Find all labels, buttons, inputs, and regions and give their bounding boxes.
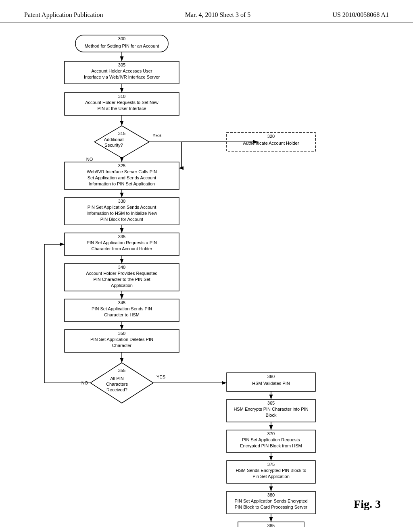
svg-text:PIN Set Application Sends PIN: PIN Set Application Sends PIN	[92, 306, 152, 311]
diagram-area: 300 Method for Setting PIN for an Accoun…	[0, 23, 413, 527]
svg-text:PIN Block for Account: PIN Block for Account	[100, 217, 143, 222]
svg-text:315: 315	[118, 131, 125, 136]
svg-marker-15	[94, 126, 149, 158]
svg-text:310: 310	[118, 94, 125, 99]
svg-text:Character: Character	[112, 343, 132, 348]
svg-text:PIN Set Application Requests: PIN Set Application Requests	[242, 437, 300, 442]
svg-text:Information to PIN Set Applica: Information to PIN Set Application	[89, 181, 155, 186]
svg-text:355: 355	[118, 368, 125, 373]
svg-text:300: 300	[118, 36, 125, 41]
svg-text:365: 365	[267, 401, 275, 405]
svg-text:325: 325	[118, 163, 125, 168]
svg-text:NO: NO	[86, 157, 93, 162]
svg-text:360: 360	[267, 374, 275, 379]
svg-text:All PIN: All PIN	[110, 376, 124, 381]
svg-text:Block: Block	[266, 413, 277, 418]
figure-label: Fig. 3	[354, 498, 381, 511]
svg-text:Account Holder Requests to Set: Account Holder Requests to Set New	[85, 100, 159, 105]
svg-text:Authenticate Account Holder: Authenticate Account Holder	[243, 141, 299, 145]
svg-text:305: 305	[118, 62, 125, 67]
svg-text:335: 335	[118, 234, 125, 239]
svg-text:Web/IVR Interface Server Calls: Web/IVR Interface Server Calls PIN	[87, 169, 157, 174]
svg-text:375: 375	[267, 462, 275, 467]
svg-text:Application: Application	[111, 283, 133, 288]
svg-text:Received?: Received?	[106, 387, 127, 392]
header-publication: Patent Application Publication	[24, 11, 103, 19]
svg-text:YES: YES	[156, 374, 165, 379]
svg-text:Interface via Web/IVR Interfac: Interface via Web/IVR Interface Server	[84, 75, 160, 79]
svg-text:350: 350	[118, 331, 125, 336]
svg-text:PIN at the User Interface: PIN at the User Interface	[97, 106, 146, 111]
svg-text:PIN Block to Card Processing S: PIN Block to Card Processing Server	[235, 505, 308, 509]
svg-text:YES: YES	[152, 133, 161, 138]
svg-text:HSM Sends Encrypted PIN Block : HSM Sends Encrypted PIN Block to	[236, 468, 307, 473]
svg-text:Account Holder Provides Reques: Account Holder Provides Requested	[86, 271, 157, 276]
svg-text:385: 385	[267, 523, 275, 527]
svg-text:Additional: Additional	[104, 137, 123, 142]
svg-text:330: 330	[118, 199, 125, 204]
svg-text:PIN Character to the PIN Set: PIN Character to the PIN Set	[93, 277, 150, 282]
svg-text:320: 320	[267, 134, 275, 139]
svg-text:Pin Set Application: Pin Set Application	[252, 474, 290, 479]
svg-text:Characters: Characters	[106, 382, 128, 387]
svg-text:PIN Set Application Deletes PI: PIN Set Application Deletes PIN	[90, 337, 153, 342]
svg-text:HSM Encrypts PIN Character int: HSM Encrypts PIN Character into PIN	[234, 407, 308, 411]
page-header: Patent Application Publication Mar. 4, 2…	[0, 0, 413, 23]
svg-text:380: 380	[267, 493, 275, 497]
svg-text:Character to HSM: Character to HSM	[104, 312, 140, 317]
svg-text:PIN Set Application Requests a: PIN Set Application Requests a PIN	[87, 240, 157, 245]
svg-text:Set Application and Sends Acco: Set Application and Sends Account	[88, 175, 156, 180]
svg-text:Account Holder Accesses User: Account Holder Accesses User	[91, 69, 152, 73]
header-patent-number: US 2010/0058068 A1	[332, 11, 389, 19]
svg-text:340: 340	[118, 265, 125, 270]
svg-text:370: 370	[267, 431, 275, 436]
svg-text:Security?: Security?	[104, 143, 123, 148]
svg-text:Character from Account Holder: Character from Account Holder	[91, 246, 152, 251]
svg-text:PIN Set Application Sends Encr: PIN Set Application Sends Encrypted	[235, 499, 308, 503]
svg-text:Information to HSM to Initiali: Information to HSM to Initialize New	[87, 211, 157, 216]
header-date-sheet: Mar. 4, 2010 Sheet 3 of 5	[185, 11, 251, 19]
svg-text:345: 345	[118, 300, 125, 305]
svg-text:PIN Set Application Sends Acco: PIN Set Application Sends Account	[88, 205, 156, 210]
svg-text:Encrypted PIN Block from HSM: Encrypted PIN Block from HSM	[240, 443, 302, 448]
svg-text:Method for Setting PIN for an : Method for Setting PIN for an Account	[85, 44, 159, 48]
svg-text:HSM Validates PIN: HSM Validates PIN	[252, 381, 290, 386]
flowchart-svg: 300 Method for Setting PIN for an Accoun…	[0, 23, 413, 527]
